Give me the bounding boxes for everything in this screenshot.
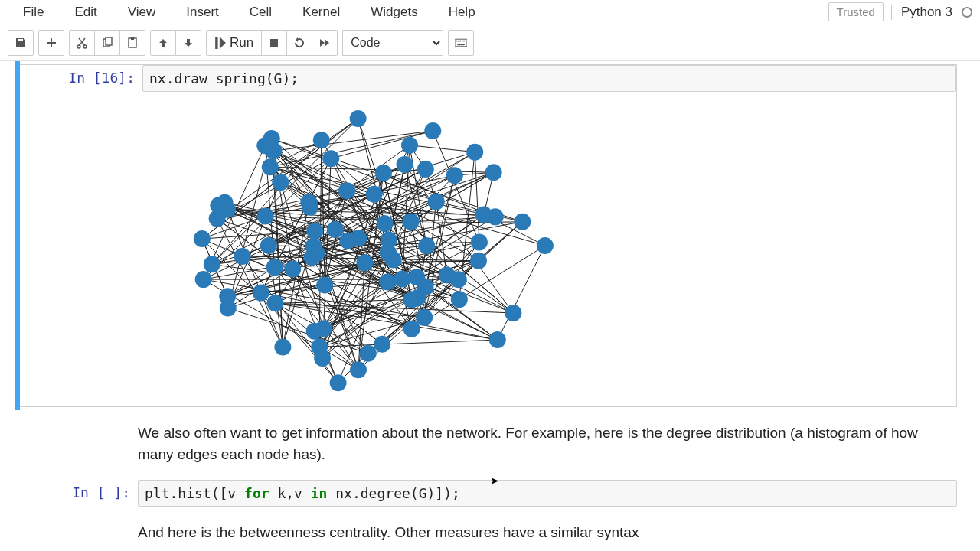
restart-button[interactable] <box>286 30 312 56</box>
svg-point-346 <box>316 277 333 294</box>
svg-point-341 <box>300 194 317 210</box>
svg-point-298 <box>274 338 291 355</box>
menu-kernel[interactable]: Kernel <box>287 2 355 23</box>
svg-line-36 <box>498 246 545 340</box>
svg-point-343 <box>305 238 322 255</box>
svg-point-344 <box>262 158 279 175</box>
restart-icon <box>293 37 305 49</box>
trusted-badge[interactable]: Trusted <box>828 2 884 21</box>
run-icon <box>214 37 227 49</box>
svg-point-295 <box>489 331 506 348</box>
code-cell-hist[interactable]: In [ ]: plt.hist([v for k,v in nx.degree… <box>15 477 965 510</box>
toolbar: Run Code <box>0 24 980 61</box>
command-palette-button[interactable] <box>448 30 474 56</box>
svg-point-335 <box>475 207 492 223</box>
svg-point-304 <box>220 300 237 317</box>
kernel-idle-icon <box>962 7 972 18</box>
notebook-container[interactable]: In [16]: nx.draw_spring(G); . . We also … <box>0 61 980 551</box>
svg-point-328 <box>394 271 410 288</box>
svg-point-308 <box>306 323 323 340</box>
svg-point-305 <box>428 193 445 210</box>
interrupt-button[interactable] <box>261 30 287 56</box>
svg-line-235 <box>227 285 325 297</box>
svg-point-319 <box>267 295 284 311</box>
copy-button[interactable] <box>94 30 120 56</box>
svg-point-284 <box>313 132 330 148</box>
svg-rect-13 <box>463 40 465 41</box>
code-input[interactable]: nx.draw_spring(G); <box>142 65 956 92</box>
code-input[interactable]: plt.hist([v for k,v in nx.degree(G)]); <box>138 480 957 507</box>
run-label: Run <box>230 35 253 51</box>
svg-point-353 <box>350 361 367 378</box>
restart-run-all-button[interactable] <box>312 30 338 56</box>
svg-point-359 <box>194 230 211 247</box>
svg-point-350 <box>327 221 344 238</box>
svg-point-316 <box>266 259 283 276</box>
paste-icon <box>126 37 139 49</box>
svg-point-351 <box>314 350 331 367</box>
svg-point-299 <box>356 254 373 271</box>
svg-point-288 <box>379 273 396 290</box>
plus-icon <box>45 37 57 49</box>
svg-rect-6 <box>215 37 217 49</box>
menu-widgets[interactable]: Widgets <box>355 2 433 23</box>
save-button[interactable] <box>8 30 34 56</box>
svg-point-286 <box>350 110 367 127</box>
svg-point-337 <box>401 137 418 154</box>
menu-file[interactable]: File <box>8 2 59 23</box>
svg-point-332 <box>257 207 274 224</box>
svg-point-339 <box>397 156 413 173</box>
svg-point-317 <box>330 374 347 391</box>
arrow-up-icon <box>157 37 169 49</box>
svg-point-297 <box>402 213 419 230</box>
arrow-down-icon <box>182 37 194 49</box>
cell-type-select[interactable]: Code <box>342 30 443 56</box>
svg-point-313 <box>272 174 289 191</box>
markdown-text: We also often want to get information ab… <box>138 415 957 472</box>
menu-edit[interactable]: Edit <box>59 2 112 23</box>
run-button[interactable]: Run <box>206 30 262 56</box>
svg-point-331 <box>424 122 441 139</box>
svg-point-334 <box>360 345 377 362</box>
svg-line-240 <box>410 145 475 152</box>
svg-point-280 <box>485 164 502 181</box>
svg-point-355 <box>446 167 463 184</box>
svg-point-336 <box>377 215 394 232</box>
svg-point-285 <box>338 182 355 199</box>
svg-point-300 <box>418 237 435 254</box>
markdown-cell[interactable]: . We also often want to get information … <box>15 412 965 475</box>
svg-rect-10 <box>458 40 459 41</box>
svg-point-1 <box>83 45 87 48</box>
svg-point-358 <box>284 260 301 277</box>
output-prompt: . <box>20 92 142 406</box>
svg-point-324 <box>195 271 212 288</box>
move-down-button[interactable] <box>175 30 201 56</box>
menu-insert[interactable]: Insert <box>171 2 234 23</box>
svg-rect-8 <box>455 39 467 47</box>
svg-rect-12 <box>462 40 463 41</box>
svg-point-347 <box>466 144 483 161</box>
keyboard-icon <box>455 37 467 49</box>
svg-rect-11 <box>460 40 462 41</box>
svg-point-327 <box>204 256 220 272</box>
svg-point-311 <box>471 233 488 250</box>
menu-help[interactable]: Help <box>433 2 491 23</box>
svg-point-321 <box>451 291 468 308</box>
svg-point-310 <box>217 194 234 211</box>
cut-button[interactable] <box>69 30 95 56</box>
menu-cell[interactable]: Cell <box>234 2 287 23</box>
svg-point-349 <box>256 137 273 154</box>
svg-rect-7 <box>270 39 278 47</box>
add-cell-button[interactable] <box>38 30 64 56</box>
cell-prompt: In [ ]: <box>15 480 138 507</box>
svg-point-281 <box>514 214 531 230</box>
svg-point-356 <box>416 279 433 295</box>
svg-point-322 <box>366 186 383 203</box>
paste-button[interactable] <box>119 30 145 56</box>
code-cell-16[interactable]: In [16]: nx.draw_spring(G); . <box>15 61 965 410</box>
menu-view[interactable]: View <box>113 2 172 23</box>
kernel-name[interactable]: Python 3 <box>891 5 959 20</box>
fast-forward-icon <box>318 37 331 49</box>
move-up-button[interactable] <box>150 30 176 56</box>
markdown-cell-2[interactable]: . And here is the betweenness centrality… <box>15 511 965 551</box>
